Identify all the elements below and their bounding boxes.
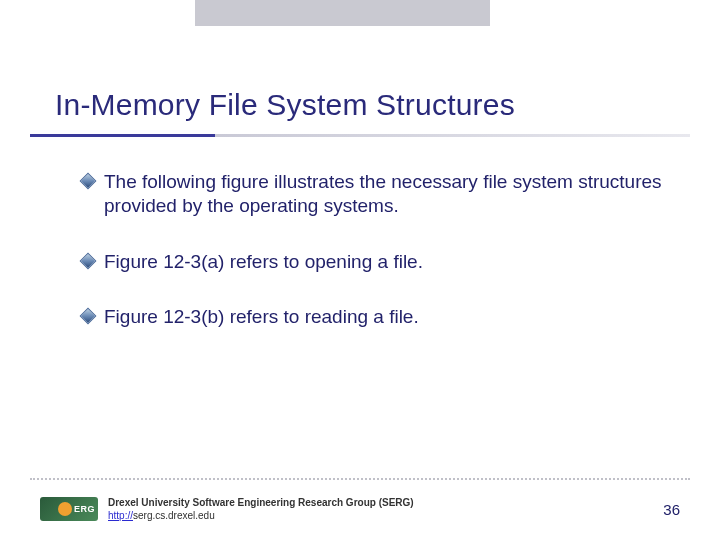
- diamond-bullet-icon: [80, 308, 97, 325]
- footer-org: Drexel University Software Engineering R…: [108, 497, 414, 508]
- footer-left: ERG Drexel University Software Engineeri…: [40, 496, 414, 522]
- list-item: The following figure illustrates the nec…: [82, 170, 670, 218]
- bullet-list: The following figure illustrates the nec…: [82, 170, 670, 361]
- bullet-text: Figure 12-3(b) refers to reading a file.: [104, 305, 670, 329]
- diamond-bullet-icon: [80, 252, 97, 269]
- slide-footer: ERG Drexel University Software Engineeri…: [40, 496, 680, 522]
- footer-url-prefix: http://: [108, 510, 133, 521]
- bullet-text: Figure 12-3(a) refers to opening a file.: [104, 250, 670, 274]
- list-item: Figure 12-3(b) refers to reading a file.: [82, 305, 670, 329]
- footer-attribution: Drexel University Software Engineering R…: [108, 496, 414, 522]
- slide-title: In-Memory File System Structures: [55, 88, 515, 122]
- diamond-bullet-icon: [80, 173, 97, 190]
- title-underline: [30, 134, 690, 137]
- page-number: 36: [663, 501, 680, 518]
- list-item: Figure 12-3(a) refers to opening a file.: [82, 250, 670, 274]
- top-tab-block: [195, 0, 490, 26]
- bullet-text: The following figure illustrates the nec…: [104, 170, 670, 218]
- logo-swirl-icon: [58, 502, 72, 516]
- serg-logo: ERG: [40, 497, 98, 521]
- logo-text: ERG: [74, 504, 95, 514]
- footer-url-rest: serg.cs.drexel.edu: [133, 510, 215, 521]
